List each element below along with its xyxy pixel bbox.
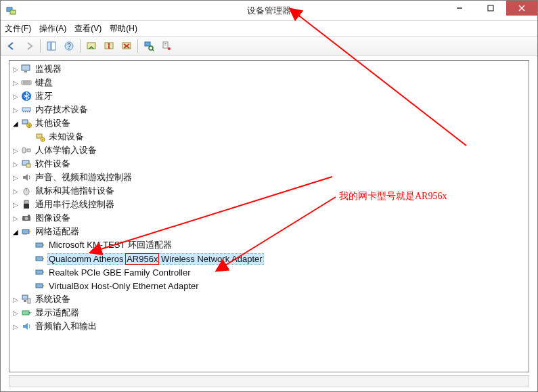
tree-item-mouse[interactable]: ▷ 鼠标和其他指针设备 [11,184,529,198]
titlebar: 设备管理器 [1,1,537,21]
svg-rect-66 [28,299,30,303]
app-icon [6,5,17,16]
tree-item-software-devices[interactable]: ▷ 软件设备 [11,157,529,171]
display-adapter-icon [20,307,32,318]
window-title: 设备管理器 [247,5,291,17]
tree-item-system-devices[interactable]: ▷ 系统设备 [11,292,529,306]
disable-button[interactable] [101,38,117,54]
tree-item-adapter[interactable]: ▷ Microsoft KM-TEST 环回适配器 [24,238,529,252]
tree-item-label: VirtualBox Host-Only Ethernet Adapter [47,280,200,292]
expand-arrow-icon[interactable]: ▷ [11,173,20,182]
maximize-button[interactable] [475,1,506,16]
svg-rect-7 [51,42,55,50]
back-button[interactable] [3,38,20,54]
tree-item-label: 监视器 [34,62,63,76]
expand-arrow-icon[interactable]: ▷ [11,78,20,87]
software-devices-icon [20,158,32,169]
network-adapter-icon [20,226,32,237]
expand-arrow-icon[interactable]: ▷ [11,91,20,101]
svg-rect-65 [24,300,26,302]
window-buttons [444,1,537,16]
expand-arrow-icon[interactable]: ▷ [11,308,20,318]
tree-item-imaging[interactable]: ▷ 图像设备 [11,211,529,225]
tree-item-other-devices[interactable]: ◢ ? 其他设备 [11,116,529,130]
expand-arrow-icon[interactable]: ▷ [11,322,20,331]
menu-view[interactable]: 查看(V) [74,23,102,35]
minimize-button[interactable] [444,1,475,16]
toolbar-separator [40,39,41,53]
tree-item-hid[interactable]: ▷ 人体学输入设备 [11,144,529,157]
bluetooth-icon [20,91,32,102]
tree-item-audio-io[interactable]: ▷ 音频输入和输出 [11,320,529,333]
svg-point-49 [25,217,28,220]
svg-rect-57 [43,244,44,246]
tree-item-label: 音频输入和输出 [34,320,98,333]
expand-arrow-icon[interactable]: ▷ [11,186,20,196]
tree-item-label: 人体学输入设备 [34,144,98,157]
tree-item-label: 内存技术设备 [34,103,89,116]
tree-item-sound[interactable]: ▷ 声音、视频和游戏控制器 [11,171,529,184]
svg-rect-43 [26,164,30,167]
audio-io-icon [20,321,32,332]
svg-rect-24 [24,71,27,72]
tree-item-usb[interactable]: ▷ 通用串行总线控制器 [11,198,529,211]
expand-arrow-icon[interactable]: ▷ [11,213,20,223]
expand-arrow-icon[interactable]: ▷ [11,64,20,74]
usb-icon [20,199,32,210]
collapse-arrow-icon[interactable]: ◢ [11,118,20,128]
device-tree-pane[interactable]: ▷ 监视器 ▷ 键盘 ▷ 蓝牙 ▷ 内存技术设备 ◢ ? 其他设备 [9,60,529,372]
close-button[interactable] [506,1,537,16]
tree-item-display-adapters[interactable]: ▷ 显示适配器 [11,306,529,320]
svg-rect-33 [29,111,30,112]
svg-rect-68 [29,312,30,313]
svg-rect-56 [36,243,43,247]
tree-item-memory[interactable]: ▷ 内存技术设备 [11,103,529,116]
svg-rect-67 [22,311,29,315]
tree-item-label: 显示适配器 [34,306,81,320]
svg-point-22 [168,47,171,50]
svg-rect-60 [36,270,43,274]
tree-item-label: Qualcomm Atheros AR956x Wireless Network… [47,253,264,265]
svg-rect-50 [28,215,30,216]
expand-arrow-icon[interactable]: ▷ [11,200,20,209]
mouse-icon [20,186,32,196]
showhide-tree-button[interactable] [43,38,60,54]
menu-help[interactable]: 帮助(H) [110,23,137,35]
menu-file[interactable]: 文件(F) [5,23,31,35]
tree-item-keyboard[interactable]: ▷ 键盘 [11,76,529,89]
tree-item-unknown-device[interactable]: ▷ ! 未知设备 [24,130,529,144]
toolbar-separator [80,39,81,53]
svg-rect-25 [22,81,31,85]
tree-item-network-adapters[interactable]: ◢ 网络适配器 [11,225,529,238]
tree-item-label: 系统设备 [34,292,72,306]
forward-button[interactable] [21,38,37,54]
tree-item-label: 声音、视频和游戏控制器 [34,171,133,184]
expand-arrow-icon[interactable]: ▷ [11,105,20,114]
collapse-arrow-icon[interactable]: ◢ [11,227,20,236]
svg-rect-1 [10,10,16,14]
hid-icon [20,145,32,156]
menu-action[interactable]: 操作(A) [39,23,66,35]
svg-rect-40 [22,148,26,153]
help-button[interactable]: ? [61,38,77,54]
svg-rect-29 [22,108,30,111]
tree-item-adapter[interactable]: ▷ Realtek PCIe GBE Family Controller [24,265,529,279]
keyboard-icon [20,77,32,88]
tree-item-adapter[interactable]: ▷ VirtualBox Host-Only Ethernet Adapter [24,279,529,292]
uninstall-button[interactable] [118,38,135,54]
tree-item-monitor[interactable]: ▷ 监视器 [11,62,529,76]
tree-item-label: 通用串行总线控制器 [34,198,116,211]
monitor-icon [20,64,32,74]
tree-item-label: 鼠标和其他指针设备 [34,184,116,198]
scan-hardware-button[interactable] [141,38,157,54]
expand-arrow-icon[interactable]: ▷ [11,159,20,169]
properties-button[interactable] [158,38,175,54]
menu-bar: 文件(F) 操作(A) 查看(V) 帮助(H) [1,21,537,36]
update-driver-button[interactable] [83,38,99,54]
highlight-box: AR956x [125,253,159,265]
tree-item-bluetooth[interactable]: ▷ 蓝牙 [11,89,529,103]
svg-rect-34 [22,120,28,124]
expand-arrow-icon[interactable]: ▷ [11,146,20,155]
tree-item-adapter-selected[interactable]: ▷ Qualcomm Atheros AR956x Wireless Netwo… [24,252,529,265]
expand-arrow-icon[interactable]: ▷ [11,295,20,304]
